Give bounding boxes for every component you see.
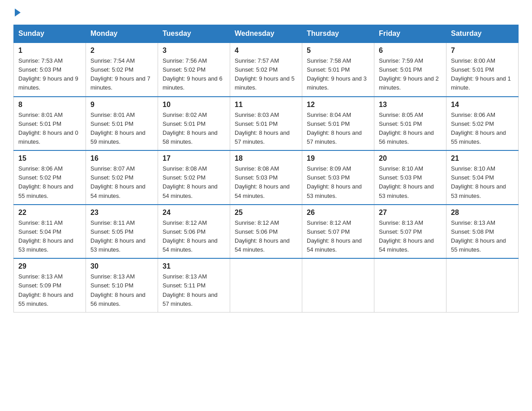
calendar-cell: 31 Sunrise: 8:13 AMSunset: 5:11 PMDaylig… [158, 258, 230, 312]
day-info: Sunrise: 8:13 AMSunset: 5:11 PMDaylight:… [163, 272, 225, 308]
calendar-cell: 6 Sunrise: 7:59 AMSunset: 5:01 PMDayligh… [374, 43, 446, 97]
calendar-cell: 21 Sunrise: 8:10 AMSunset: 5:04 PMDaylig… [446, 150, 519, 205]
day-number: 8 [18, 101, 81, 109]
weekday-header-row: SundayMondayTuesdayWednesdayThursdayFrid… [14, 25, 519, 43]
day-number: 24 [163, 209, 225, 217]
day-info: Sunrise: 8:09 AMSunset: 5:03 PMDaylight:… [307, 164, 369, 201]
day-info: Sunrise: 8:12 AMSunset: 5:06 PMDaylight:… [235, 218, 297, 255]
day-info: Sunrise: 8:13 AMSunset: 5:08 PMDaylight:… [451, 218, 514, 255]
day-number: 21 [451, 154, 514, 163]
calendar-table: SundayMondayTuesdayWednesdayThursdayFrid… [13, 25, 519, 313]
day-number: 2 [90, 47, 153, 55]
day-info: Sunrise: 8:13 AMSunset: 5:07 PMDaylight:… [379, 218, 442, 255]
day-number: 31 [163, 262, 225, 270]
calendar-cell: 12 Sunrise: 8:04 AMSunset: 5:01 PMDaylig… [302, 97, 374, 151]
calendar-cell [446, 258, 519, 312]
calendar-cell [374, 258, 446, 312]
day-number: 22 [18, 209, 81, 217]
calendar-cell: 20 Sunrise: 8:10 AMSunset: 5:03 PMDaylig… [374, 150, 446, 205]
day-info: Sunrise: 7:58 AMSunset: 5:01 PMDaylight:… [307, 56, 369, 93]
day-number: 11 [235, 101, 297, 109]
calendar-cell: 24 Sunrise: 8:12 AMSunset: 5:06 PMDaylig… [158, 205, 230, 259]
calendar-cell: 18 Sunrise: 8:08 AMSunset: 5:03 PMDaylig… [230, 150, 302, 205]
day-info: Sunrise: 8:10 AMSunset: 5:03 PMDaylight:… [379, 164, 442, 201]
calendar-cell: 1 Sunrise: 7:53 AMSunset: 5:03 PMDayligh… [14, 43, 86, 97]
calendar-cell: 29 Sunrise: 8:13 AMSunset: 5:09 PMDaylig… [14, 258, 86, 312]
day-number: 16 [90, 154, 153, 163]
day-number: 15 [18, 154, 81, 163]
day-info: Sunrise: 7:53 AMSunset: 5:03 PMDaylight:… [18, 56, 81, 93]
calendar-cell: 11 Sunrise: 8:03 AMSunset: 5:01 PMDaylig… [230, 97, 302, 151]
calendar-cell: 22 Sunrise: 8:11 AMSunset: 5:04 PMDaylig… [14, 205, 86, 259]
calendar-cell: 25 Sunrise: 8:12 AMSunset: 5:06 PMDaylig… [230, 205, 302, 259]
calendar-cell: 3 Sunrise: 7:56 AMSunset: 5:02 PMDayligh… [158, 43, 230, 97]
day-number: 7 [451, 47, 514, 55]
day-number: 1 [18, 47, 81, 55]
day-number: 23 [90, 209, 153, 217]
weekday-header-monday: Monday [86, 25, 158, 43]
day-info: Sunrise: 8:07 AMSunset: 5:02 PMDaylight:… [90, 164, 153, 201]
day-info: Sunrise: 8:01 AMSunset: 5:01 PMDaylight:… [18, 111, 81, 147]
day-number: 4 [235, 47, 297, 55]
day-info: Sunrise: 8:12 AMSunset: 5:06 PMDaylight:… [163, 218, 225, 255]
day-number: 9 [90, 101, 153, 109]
logo-triangle-icon [15, 9, 21, 17]
day-info: Sunrise: 8:13 AMSunset: 5:09 PMDaylight:… [18, 272, 81, 308]
day-number: 14 [451, 101, 514, 109]
day-number: 25 [235, 209, 297, 217]
day-number: 3 [163, 47, 225, 55]
day-number: 13 [379, 101, 442, 109]
calendar-cell [230, 258, 302, 312]
day-info: Sunrise: 8:08 AMSunset: 5:03 PMDaylight:… [235, 164, 297, 201]
calendar-cell: 26 Sunrise: 8:12 AMSunset: 5:07 PMDaylig… [302, 205, 374, 259]
calendar-cell: 8 Sunrise: 8:01 AMSunset: 5:01 PMDayligh… [14, 97, 86, 151]
calendar-week-row: 1 Sunrise: 7:53 AMSunset: 5:03 PMDayligh… [14, 43, 519, 97]
day-number: 19 [307, 154, 369, 163]
calendar-week-row: 15 Sunrise: 8:06 AMSunset: 5:02 PMDaylig… [14, 150, 519, 205]
calendar-cell: 13 Sunrise: 8:05 AMSunset: 5:01 PMDaylig… [374, 97, 446, 151]
day-number: 5 [307, 47, 369, 55]
day-info: Sunrise: 7:54 AMSunset: 5:02 PMDaylight:… [90, 56, 153, 93]
day-number: 28 [451, 209, 514, 217]
calendar-cell: 5 Sunrise: 7:58 AMSunset: 5:01 PMDayligh… [302, 43, 374, 97]
calendar-cell: 4 Sunrise: 7:57 AMSunset: 5:02 PMDayligh… [230, 43, 302, 97]
day-number: 17 [163, 154, 225, 163]
day-number: 26 [307, 209, 369, 217]
logo [13, 9, 21, 17]
day-number: 18 [235, 154, 297, 163]
day-info: Sunrise: 8:06 AMSunset: 5:02 PMDaylight:… [18, 164, 81, 201]
calendar-cell: 7 Sunrise: 8:00 AMSunset: 5:01 PMDayligh… [446, 43, 519, 97]
day-info: Sunrise: 8:00 AMSunset: 5:01 PMDaylight:… [451, 56, 514, 93]
calendar-cell: 14 Sunrise: 8:06 AMSunset: 5:02 PMDaylig… [446, 97, 519, 151]
day-info: Sunrise: 8:12 AMSunset: 5:07 PMDaylight:… [307, 218, 369, 255]
day-info: Sunrise: 8:08 AMSunset: 5:02 PMDaylight:… [163, 164, 225, 201]
calendar-cell [302, 258, 374, 312]
calendar-cell: 2 Sunrise: 7:54 AMSunset: 5:02 PMDayligh… [86, 43, 158, 97]
calendar-week-row: 22 Sunrise: 8:11 AMSunset: 5:04 PMDaylig… [14, 205, 519, 259]
day-number: 10 [163, 101, 225, 109]
day-info: Sunrise: 8:05 AMSunset: 5:01 PMDaylight:… [379, 111, 442, 147]
weekday-header-thursday: Thursday [302, 25, 374, 43]
calendar-week-row: 8 Sunrise: 8:01 AMSunset: 5:01 PMDayligh… [14, 97, 519, 151]
day-number: 29 [18, 262, 81, 270]
weekday-header-saturday: Saturday [446, 25, 519, 43]
day-info: Sunrise: 8:01 AMSunset: 5:01 PMDaylight:… [90, 111, 153, 147]
day-info: Sunrise: 7:57 AMSunset: 5:02 PMDaylight:… [235, 56, 297, 93]
calendar-cell: 28 Sunrise: 8:13 AMSunset: 5:08 PMDaylig… [446, 205, 519, 259]
day-info: Sunrise: 8:10 AMSunset: 5:04 PMDaylight:… [451, 164, 514, 201]
day-info: Sunrise: 8:11 AMSunset: 5:04 PMDaylight:… [18, 218, 81, 255]
day-info: Sunrise: 8:03 AMSunset: 5:01 PMDaylight:… [235, 111, 297, 147]
calendar-cell: 17 Sunrise: 8:08 AMSunset: 5:02 PMDaylig… [158, 150, 230, 205]
calendar-cell: 16 Sunrise: 8:07 AMSunset: 5:02 PMDaylig… [86, 150, 158, 205]
day-info: Sunrise: 7:56 AMSunset: 5:02 PMDaylight:… [163, 56, 225, 93]
calendar-cell: 10 Sunrise: 8:02 AMSunset: 5:01 PMDaylig… [158, 97, 230, 151]
calendar-cell: 27 Sunrise: 8:13 AMSunset: 5:07 PMDaylig… [374, 205, 446, 259]
page-header [13, 9, 519, 17]
day-number: 20 [379, 154, 442, 163]
calendar-cell: 9 Sunrise: 8:01 AMSunset: 5:01 PMDayligh… [86, 97, 158, 151]
day-info: Sunrise: 8:11 AMSunset: 5:05 PMDaylight:… [90, 218, 153, 255]
calendar-week-row: 29 Sunrise: 8:13 AMSunset: 5:09 PMDaylig… [14, 258, 519, 312]
weekday-header-wednesday: Wednesday [230, 25, 302, 43]
day-number: 30 [90, 262, 153, 270]
weekday-header-sunday: Sunday [14, 25, 86, 43]
